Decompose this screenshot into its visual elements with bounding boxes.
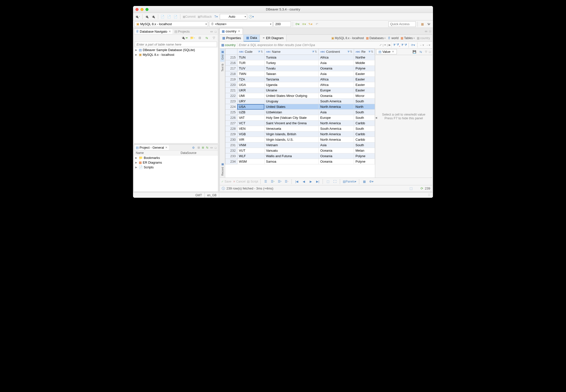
- data-cell[interactable]: North America: [319, 137, 354, 142]
- row-number-cell[interactable]: 217: [225, 66, 237, 71]
- row-number-cell[interactable]: 219: [225, 77, 237, 82]
- data-cell[interactable]: VAT: [237, 115, 264, 121]
- filter-save-icon[interactable]: ⧩: [401, 43, 404, 47]
- new-connection-icon[interactable]: 🔌+▾: [181, 35, 188, 41]
- column-header-code[interactable]: ABCCode⧩⇅: [237, 49, 264, 55]
- data-cell[interactable]: Easter: [354, 71, 375, 77]
- project-general-tab[interactable]: ▤ Project - General ✕: [135, 145, 169, 150]
- minimize-panel-icon[interactable]: ▭: [210, 146, 213, 149]
- perspective-button[interactable]: 🐿: [426, 21, 431, 27]
- data-cell[interactable]: Europe: [319, 88, 354, 93]
- data-cell[interactable]: Africa: [319, 77, 354, 82]
- maximize-panel-icon[interactable]: □: [214, 30, 217, 33]
- data-cell[interactable]: Oceania: [319, 148, 354, 153]
- new-connection-button[interactable]: 🔌+: [135, 14, 141, 19]
- minimize-panel-icon[interactable]: ▭: [210, 30, 213, 33]
- copy-row-icon[interactable]: ☰≡: [277, 179, 282, 184]
- breadcrumb-world[interactable]: 🛢world: [387, 36, 399, 40]
- project-col-datasource[interactable]: DataSource: [181, 151, 196, 155]
- maximize-editor-icon[interactable]: □: [429, 30, 431, 33]
- project-col-name[interactable]: Name: [136, 151, 181, 155]
- nav-forward-icon[interactable]: →▾: [425, 42, 431, 48]
- table-row[interactable]: 222UMIUnited States Minor OutlyingOceani…: [225, 93, 375, 99]
- data-cell[interactable]: Asia: [319, 110, 354, 115]
- row-number-cell[interactable]: 233: [225, 153, 237, 159]
- filter-custom-icon[interactable]: ⧩: [404, 43, 407, 47]
- row-number-cell[interactable]: 221: [225, 88, 237, 93]
- data-cell[interactable]: Caribb: [354, 137, 375, 142]
- table-row[interactable]: 219TZATanzaniaAfricaEaster: [225, 77, 375, 82]
- data-cell[interactable]: URY: [237, 99, 264, 104]
- next-page-icon[interactable]: ▶: [308, 179, 313, 184]
- commit-button[interactable]: ▣ Commit: [182, 14, 196, 19]
- data-cell[interactable]: North: [354, 104, 375, 110]
- prev-page-icon[interactable]: ◀: [301, 179, 306, 184]
- project-item-er-diagrams[interactable]: ▶▦ER Diagrams: [134, 160, 218, 165]
- grid-settings-icon[interactable]: ⚙▾: [368, 179, 374, 184]
- data-cell[interactable]: Caribb: [354, 131, 375, 137]
- data-cell[interactable]: Asia: [319, 60, 354, 66]
- first-page-icon[interactable]: |◀: [294, 179, 299, 184]
- data-cell[interactable]: Micror: [354, 93, 375, 99]
- data-cell[interactable]: North America: [319, 121, 354, 126]
- column-header-name[interactable]: ABCName⧩⇅: [264, 49, 319, 55]
- data-cell[interactable]: Middle: [354, 60, 375, 66]
- data-cell[interactable]: VIR: [237, 137, 264, 142]
- timezone-cell[interactable]: GMT: [193, 193, 205, 198]
- data-cell[interactable]: Africa: [319, 82, 354, 88]
- data-cell[interactable]: Tuvalu: [264, 66, 319, 71]
- execute-button[interactable]: ⟳▾: [295, 21, 300, 27]
- database-navigator-tab[interactable]: 🛢 Database Navigato ✕: [135, 29, 172, 34]
- data-cell[interactable]: Virgin Islands, U.S.: [264, 137, 319, 142]
- data-cell[interactable]: South America: [319, 126, 354, 131]
- tree-item-mysql[interactable]: ▶ ▣ MySQL 8.x - localhost: [134, 52, 218, 57]
- table-row[interactable]: 234WSMSamoaOceaniaPolyne: [225, 159, 375, 164]
- rollback-button[interactable]: ▣ Rollback: [197, 14, 212, 19]
- row-number-cell[interactable]: 227: [225, 121, 237, 126]
- data-cell[interactable]: Oceania: [319, 159, 354, 164]
- minimize-editor-icon[interactable]: ▭: [424, 30, 428, 33]
- data-cell[interactable]: WLF: [237, 153, 264, 159]
- data-cell[interactable]: Polyne: [354, 153, 375, 159]
- data-cell[interactable]: South: [354, 126, 375, 131]
- row-number-cell[interactable]: 228: [225, 126, 237, 131]
- perspective-db-button[interactable]: ▦: [420, 21, 425, 27]
- data-cell[interactable]: TUV: [237, 66, 264, 71]
- data-cell[interactable]: Wallis and Futuna: [264, 153, 319, 159]
- quick-access-input[interactable]: [388, 21, 416, 27]
- data-cell[interactable]: North America: [319, 131, 354, 137]
- row-number-cell[interactable]: 230: [225, 137, 237, 142]
- data-cell[interactable]: Oceania: [319, 93, 354, 99]
- row-number-cell[interactable]: 234: [225, 159, 237, 164]
- table-row[interactable]: 231VNMVietnamAsiaSouth: [225, 142, 375, 148]
- collapse-all-icon[interactable]: ⊟: [197, 35, 203, 41]
- data-grid[interactable]: ABCCode⧩⇅ABCName⧩⇅ABCContinent⧩⇅ABCRe⧩⇅ …: [225, 49, 375, 178]
- project-item-scripts[interactable]: ▶📄Scripts: [134, 165, 218, 170]
- data-cell[interactable]: Africa: [319, 55, 354, 60]
- table-row[interactable]: 218TWNTaiwanAsiaEaster: [225, 71, 375, 77]
- presentation-text-tab[interactable]: Text⧉: [220, 62, 224, 73]
- filter-icon[interactable]: ⧩: [393, 43, 396, 47]
- link-icon[interactable]: ⇆: [206, 146, 209, 149]
- data-cell[interactable]: Vietnam: [264, 142, 319, 148]
- presentation-grid-tab[interactable]: Grid▦: [220, 49, 224, 62]
- data-cell[interactable]: Caribb: [354, 121, 375, 126]
- filter-expression-input[interactable]: Enter a SQL expression to filter results…: [237, 43, 379, 47]
- collapse-icon[interactable]: ⊟: [197, 146, 200, 149]
- sql-editor-button[interactable]: 📄: [160, 14, 165, 19]
- undo-button[interactable]: ↶: [314, 21, 320, 27]
- data-cell[interactable]: Easter: [354, 82, 375, 88]
- row-number-header[interactable]: [225, 49, 237, 55]
- disconnect-button[interactable]: 🔌: [151, 14, 156, 19]
- panels-button[interactable]: ▤ Panels ▾: [342, 179, 357, 184]
- data-cell[interactable]: South: [354, 115, 375, 121]
- script-button[interactable]: ▤ Script: [247, 180, 258, 183]
- row-number-cell[interactable]: 229: [225, 131, 237, 137]
- navigator-filter-input[interactable]: [135, 42, 217, 47]
- data-cell[interactable]: UKR: [237, 88, 264, 93]
- data-cell[interactable]: VUT: [237, 148, 264, 153]
- table-row[interactable]: 224USAUnited StatesNorth AmericaNorth: [225, 104, 375, 110]
- data-cell[interactable]: VNM: [237, 142, 264, 148]
- data-cell[interactable]: Uruguay: [264, 99, 319, 104]
- sql-editor-recent-button[interactable]: 📄: [173, 14, 178, 19]
